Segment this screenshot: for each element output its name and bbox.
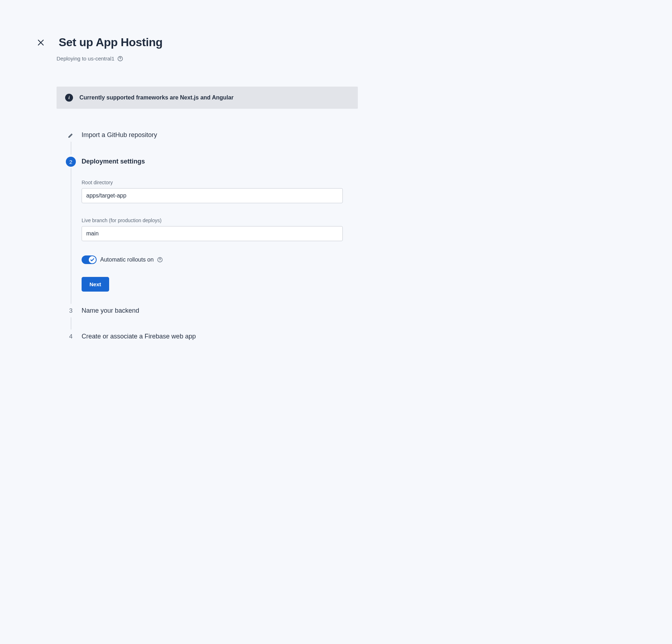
step-title-1: Import a GitHub repository — [82, 130, 358, 139]
step-name-backend: 3 Name your backend — [66, 306, 358, 332]
step-marker-4: 4 — [66, 332, 76, 342]
check-icon — [90, 258, 94, 262]
page-title: Set up App Hosting — [59, 36, 162, 49]
automatic-rollouts-toggle[interactable] — [82, 255, 97, 264]
step-title-4: Create or associate a Firebase web app — [82, 332, 358, 340]
rollouts-help-button[interactable] — [157, 257, 163, 263]
info-banner-text: Currently supported frameworks are Next.… — [79, 94, 234, 101]
live-branch-label: Live branch (for production deploys) — [82, 218, 358, 223]
step-marker-edit — [66, 130, 76, 140]
live-branch-input[interactable] — [82, 226, 343, 241]
step-title-2: Deployment settings — [82, 157, 358, 165]
close-button[interactable] — [36, 38, 46, 48]
step-deployment-settings: 2 Deployment settings Root directory Liv… — [66, 157, 358, 306]
info-icon: i — [65, 94, 73, 102]
step-title-3: Name your backend — [82, 306, 358, 314]
root-directory-label: Root directory — [82, 180, 358, 185]
step-connector — [71, 142, 71, 155]
step-associate-app: 4 Create or associate a Firebase web app — [66, 332, 358, 340]
step-marker-active: 2 — [66, 157, 76, 167]
help-icon — [157, 257, 163, 263]
next-button[interactable]: Next — [82, 277, 109, 292]
automatic-rollouts-label: Automatic rollouts on — [100, 257, 154, 263]
step-connector — [71, 317, 71, 330]
step-marker-3: 3 — [66, 306, 76, 316]
svg-point-5 — [160, 260, 160, 261]
info-banner: i Currently supported frameworks are Nex… — [57, 87, 358, 109]
region-help-button[interactable] — [117, 56, 123, 62]
svg-point-3 — [120, 59, 120, 60]
pencil-icon — [68, 132, 74, 138]
deploy-region-label: Deploying to us-central1 — [57, 55, 115, 62]
step-connector — [71, 168, 71, 304]
help-icon — [117, 56, 123, 62]
close-icon — [37, 39, 44, 46]
root-directory-input[interactable] — [82, 188, 343, 203]
step-import-repo[interactable]: Import a GitHub repository — [66, 130, 358, 157]
